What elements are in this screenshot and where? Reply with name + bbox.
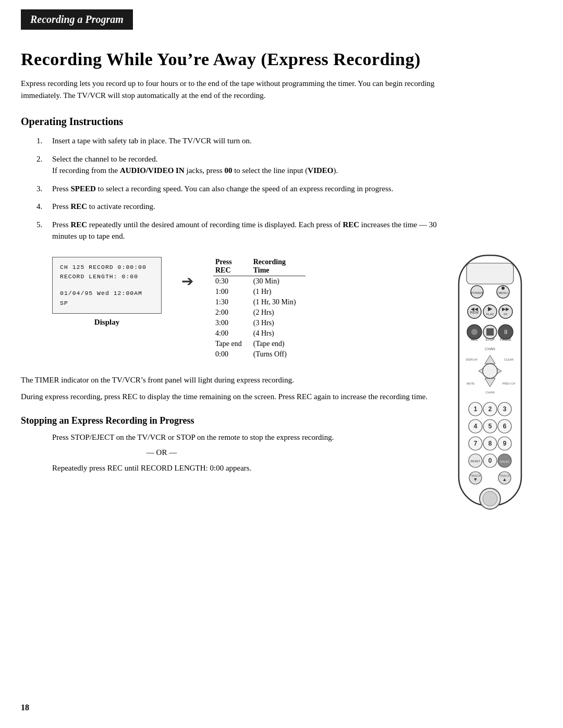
rec-press-cell: 2:00 <box>213 307 251 318</box>
step-3: Press SPEED to select a recording speed.… <box>52 183 448 195</box>
header-label: Recording a Program <box>30 14 124 25</box>
svg-text:FF: FF <box>504 313 508 316</box>
display-screen: CH 125 RECORD 0:00:00 RECORD LENGTH: 0:0… <box>52 257 162 314</box>
svg-text:MUTE: MUTE <box>467 382 475 385</box>
rec-table-row-5: 4:00(4 Hrs) <box>213 328 305 339</box>
svg-text:PLAY: PLAY <box>486 313 494 316</box>
svg-text:6: 6 <box>503 423 507 430</box>
svg-rect-1 <box>467 263 513 284</box>
display-line2: RECORD LENGTH: 0:00 <box>60 272 154 281</box>
svg-text:REC: REC <box>471 338 478 341</box>
svg-text:4: 4 <box>474 423 478 430</box>
svg-text:RESET: RESET <box>471 460 481 463</box>
display-bottom-line: 01/04/95 Wed 12:00AM SP <box>60 289 154 308</box>
display-box-wrapper: CH 125 RECORD 0:00:00 RECORD LENGTH: 0:0… <box>52 257 162 327</box>
arrow-icon: ➔ <box>181 273 193 290</box>
svg-text:PREV CH: PREV CH <box>503 382 515 385</box>
rec-press-cell: Tape end <box>213 339 251 349</box>
rec-time-cell: (1 Hr) <box>251 287 305 297</box>
svg-text:3: 3 <box>503 405 507 413</box>
stop-text: Press STOP/EJECT on the TV/VCR or STOP o… <box>52 431 448 443</box>
rec-table-wrapper: Press REC Recording Time 0:30(30 Min)1:0… <box>213 257 305 360</box>
rec-table-row-3: 2:00(2 Hrs) <box>213 307 305 318</box>
rec-table-row-7: 0:00(Turns Off) <box>213 349 305 360</box>
svg-text:9: 9 <box>503 440 507 447</box>
rec-time-cell: (1 Hr, 30 Min) <box>251 297 305 307</box>
display-top-lines: CH 125 RECORD 0:00:00 RECORD LENGTH: 0:0… <box>60 263 154 282</box>
svg-text:▲: ▲ <box>503 477 507 482</box>
svg-text:CHAN: CHAN <box>485 391 494 394</box>
timer-text-1: The TIMER indicator on the TV/VCR’s fron… <box>21 374 448 386</box>
svg-text:◀◀: ◀◀ <box>471 306 478 312</box>
col-recording-time-header: Recording Time <box>251 257 305 276</box>
rec-table-row-2: 1:30(1 Hr, 30 Min) <box>213 297 305 307</box>
svg-text:▶▶: ▶▶ <box>502 306 509 312</box>
page-title: Recording While You’re Away (Express Rec… <box>21 50 448 69</box>
svg-text:⏸: ⏸ <box>503 328 509 336</box>
express-rec-text: During express recording, press REC to d… <box>21 391 448 403</box>
svg-text:PAUSE: PAUSE <box>500 338 511 341</box>
rec-time-cell: (4 Hrs) <box>251 328 305 339</box>
rec-table-row-4: 3:00(3 Hrs) <box>213 318 305 328</box>
svg-text:1: 1 <box>474 405 478 413</box>
svg-text:7: 7 <box>474 440 478 447</box>
svg-text:DISPLAY: DISPLAY <box>466 358 478 361</box>
step-1: Insert a tape with safety tab in place. … <box>52 135 448 147</box>
rec-press-cell: 0:30 <box>213 276 251 287</box>
svg-point-6 <box>501 287 505 290</box>
svg-rect-20 <box>486 328 494 336</box>
header-bar: Recording a Program <box>21 9 133 30</box>
rec-table-row-0: 0:30(30 Min) <box>213 276 305 287</box>
main-content: Recording While You’re Away (Express Rec… <box>0 30 469 495</box>
rec-time-cell: (Tape end) <box>251 339 305 349</box>
svg-text:STOP: STOP <box>485 338 495 341</box>
svg-text:MENU: MENU <box>498 291 508 294</box>
svg-text:5: 5 <box>488 423 492 430</box>
svg-text:CHAN: CHAN <box>485 347 495 351</box>
repeat-text: Repeatedly press REC until RECORD LENGTH… <box>52 462 448 474</box>
stopping-heading: Stopping an Express Recording in Progres… <box>21 415 448 426</box>
rec-time-cell: (3 Hrs) <box>251 318 305 328</box>
step-2: Select the channel to be recorded.If rec… <box>52 153 448 177</box>
rec-press-cell: 3:00 <box>213 318 251 328</box>
svg-text:▼: ▼ <box>473 477 478 482</box>
rec-press-cell: 4:00 <box>213 328 251 339</box>
intro-paragraph: Express recording lets you record up to … <box>21 78 448 101</box>
rec-press-cell: 1:00 <box>213 287 251 297</box>
remote-svg: POWER MENU REW ◀◀ ▶ PLAY ▶▶ FF REC STOP … <box>438 250 542 521</box>
svg-text:0: 0 <box>488 457 492 464</box>
svg-text:POWER: POWER <box>471 291 483 294</box>
rec-table-row-6: Tape end(Tape end) <box>213 339 305 349</box>
arrow-area: ➔ <box>177 273 198 290</box>
rec-time-cell: (2 Hrs) <box>251 307 305 318</box>
operating-instructions-heading: Operating Instructions <box>21 116 448 128</box>
col-press-rec-header: Press REC <box>213 257 251 276</box>
display-table-area: CH 125 RECORD 0:00:00 RECORD LENGTH: 0:0… <box>52 257 448 360</box>
remote-control-illustration: POWER MENU REW ◀◀ ▶ PLAY ▶▶ FF REC STOP … <box>438 250 553 523</box>
svg-point-30 <box>483 364 497 378</box>
svg-text:8: 8 <box>488 440 492 447</box>
page-number: 18 <box>21 703 29 712</box>
svg-point-17 <box>471 329 478 335</box>
rec-table-row-1: 1:00(1 Hr) <box>213 287 305 297</box>
rec-time-cell: (Turns Off) <box>251 349 305 360</box>
step-4: Press REC to activate recording. <box>52 201 448 213</box>
svg-text:▶: ▶ <box>488 305 493 312</box>
svg-text:2: 2 <box>488 405 492 413</box>
rec-press-cell: 0:00 <box>213 349 251 360</box>
rec-press-cell: 1:30 <box>213 297 251 307</box>
display-label: Display <box>94 318 119 327</box>
instructions-list: Insert a tape with safety tab in place. … <box>52 135 448 242</box>
display-line1: CH 125 RECORD 0:00:00 <box>60 263 154 272</box>
rec-time-cell: (30 Min) <box>251 276 305 287</box>
svg-point-67 <box>483 491 497 506</box>
step-5: Press REC repeatedly until the desired a… <box>52 219 448 242</box>
rec-table: Press REC Recording Time 0:30(30 Min)1:0… <box>213 257 305 360</box>
or-divider: — OR — <box>83 448 240 457</box>
rec-table-body: 0:30(30 Min)1:00(1 Hr)1:30(1 Hr, 30 Min)… <box>213 276 305 360</box>
svg-text:CLEAR: CLEAR <box>504 358 513 361</box>
svg-text:SPEED: SPEED <box>500 460 510 463</box>
